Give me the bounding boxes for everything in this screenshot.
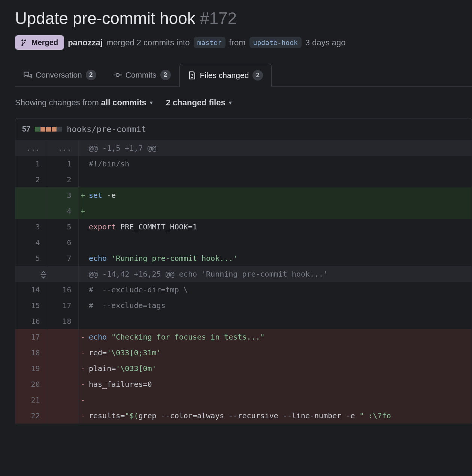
line-number-new[interactable]: 5 <box>47 219 78 235</box>
code-content: echo "Checking for focuses in tests..." <box>87 329 472 345</box>
code-content: set -e <box>87 187 472 203</box>
tab-files-label: Files changed <box>200 71 249 80</box>
diff-marker: + <box>78 187 87 203</box>
svg-point-0 <box>116 73 119 76</box>
diff-marker <box>78 140 87 156</box>
code-content: has_failures=0 <box>87 376 472 392</box>
line-number-new[interactable] <box>47 392 78 408</box>
diffstat-del-block <box>52 127 57 132</box>
diff-line: 18-red='\033[0;31m' <box>15 345 472 361</box>
code-content <box>87 172 472 187</box>
line-number-old[interactable] <box>15 203 47 219</box>
diff-marker: - <box>78 408 87 424</box>
diff-marker <box>78 313 87 329</box>
base-branch[interactable]: master <box>194 37 226 48</box>
commits-filter-dropdown[interactable]: Showing changes from all commits ▼ <box>15 98 154 108</box>
pr-title: Update pre-commit hook #172 <box>15 9 472 28</box>
merge-action-text-2: from <box>229 38 246 48</box>
expand-hunk-button[interactable] <box>15 266 78 282</box>
diff-line: 57 echo 'Running pre-commit hook...' <box>15 250 472 266</box>
line-number-old[interactable]: 15 <box>15 298 47 313</box>
line-number-old[interactable]: 18 <box>15 345 47 361</box>
diff-line: 17-echo "Checking for focuses in tests..… <box>15 329 472 345</box>
line-number-old[interactable]: 4 <box>15 235 47 250</box>
line-number-new[interactable] <box>47 408 78 424</box>
code-content: #!/bin/sh <box>87 156 472 172</box>
line-number-new[interactable]: 16 <box>47 282 78 298</box>
tab-conversation[interactable]: Conversation 2 <box>15 63 105 86</box>
diff-line: 22-results="$(grep --color=always --recu… <box>15 408 472 424</box>
line-number-new[interactable]: 3 <box>47 187 78 203</box>
code-content: results="$(grep --color=always --recursi… <box>87 408 472 424</box>
diffstat-blocks <box>35 127 62 132</box>
tab-files-changed[interactable]: Files changed 2 <box>179 64 272 87</box>
line-number-old[interactable]: 14 <box>15 282 47 298</box>
line-number-new[interactable]: 18 <box>47 313 78 329</box>
diff-marker <box>78 282 87 298</box>
diffstat-del-block <box>40 127 45 132</box>
line-number-new[interactable]: 2 <box>47 172 78 187</box>
merged-badge: Merged <box>15 35 64 50</box>
code-content: # --exclude=tags <box>87 298 472 313</box>
diff-marker: + <box>78 203 87 219</box>
code-content: red='\033[0;31m' <box>87 345 472 361</box>
pr-author[interactable]: panozzaj <box>68 38 103 48</box>
pr-title-text: Update pre-commit hook <box>15 9 196 27</box>
caret-down-icon: ▼ <box>228 100 233 106</box>
line-number-new[interactable]: 1 <box>47 156 78 172</box>
tab-conversation-label: Conversation <box>36 70 82 79</box>
diff-marker: - <box>78 361 87 376</box>
file-diff-icon <box>188 71 196 79</box>
line-number-new[interactable] <box>47 376 78 392</box>
pr-meta: Merged panozzaj merged 2 commits into ma… <box>15 35 472 50</box>
file-path[interactable]: hooks/pre-commit <box>67 124 146 134</box>
line-number-old[interactable]: 3 <box>15 219 47 235</box>
line-number-old[interactable]: 17 <box>15 329 47 345</box>
hunk-text: @@ -14,42 +16,25 @@ echo 'Running pre-co… <box>87 266 472 282</box>
line-number-old[interactable]: 2 <box>15 172 47 187</box>
line-number-new[interactable]: 7 <box>47 250 78 266</box>
diff-line: 1517 # --exclude=tags <box>15 298 472 313</box>
diff-line: 11 #!/bin/sh <box>15 156 472 172</box>
diff-line: 35 export PRE_COMMIT_HOOK=1 <box>15 219 472 235</box>
code-content: export PRE_COMMIT_HOOK=1 <box>87 219 472 235</box>
diffstat-add-block <box>35 127 40 132</box>
line-number-new[interactable] <box>47 345 78 361</box>
pr-time-ago: 3 days ago <box>305 38 346 48</box>
commits-filter-prefix: Showing changes from <box>15 98 99 108</box>
files-filter-value: 2 changed files <box>166 98 226 108</box>
diff-marker <box>78 156 87 172</box>
commits-filter-value: all commits <box>101 98 146 108</box>
line-number-new[interactable] <box>47 361 78 376</box>
line-number-old: ... <box>15 140 47 156</box>
line-number-new[interactable] <box>47 329 78 345</box>
line-number-old[interactable]: 19 <box>15 361 47 376</box>
diff-line: 21- <box>15 392 472 408</box>
code-content <box>87 313 472 329</box>
diffstat-count: 57 <box>22 125 30 133</box>
line-number-old[interactable]: 5 <box>15 250 47 266</box>
head-branch[interactable]: update-hook <box>249 37 302 48</box>
files-filter-dropdown[interactable]: 2 changed files ▼ <box>166 98 233 108</box>
line-number-new[interactable]: 4 <box>47 203 78 219</box>
tab-commits[interactable]: Commits 2 <box>105 63 179 86</box>
line-number-old[interactable]: 22 <box>15 408 47 424</box>
line-number-new[interactable]: 6 <box>47 235 78 250</box>
line-number-old[interactable]: 1 <box>15 156 47 172</box>
diff-marker: - <box>78 345 87 361</box>
line-number-new: ... <box>47 140 78 156</box>
code-content: plain='\033[0m' <box>87 361 472 376</box>
line-number-old[interactable]: 21 <box>15 392 47 408</box>
diff-toolbar: Showing changes from all commits ▼ 2 cha… <box>15 87 472 118</box>
line-number-old[interactable] <box>15 187 47 203</box>
diff-line: 4+ <box>15 203 472 219</box>
caret-down-icon: ▼ <box>149 100 154 106</box>
line-number-new[interactable]: 17 <box>47 298 78 313</box>
tab-commits-label: Commits <box>125 70 157 79</box>
diff-marker <box>78 298 87 313</box>
code-content <box>87 203 472 219</box>
line-number-old[interactable]: 16 <box>15 313 47 329</box>
line-number-old[interactable]: 20 <box>15 376 47 392</box>
pr-number: #172 <box>200 9 237 27</box>
diff-marker <box>78 172 87 187</box>
